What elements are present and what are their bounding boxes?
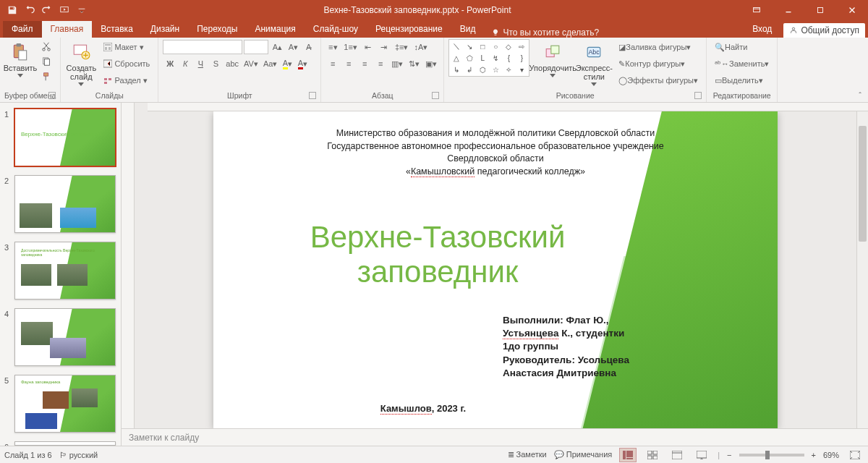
underline-icon[interactable]: Ч [193, 56, 208, 71]
maximize-icon[interactable] [804, 0, 836, 20]
text-direction-icon[interactable]: ↕A▾ [412, 40, 430, 54]
font-dialog-launcher[interactable] [309, 92, 316, 99]
tab-transitions[interactable]: Переходы [188, 21, 246, 38]
notes-placeholder: Заметки к слайду [129, 433, 199, 443]
format-painter-icon[interactable] [39, 69, 54, 84]
scrollbar-vertical[interactable] [856, 111, 868, 428]
slideshow-icon[interactable] [56, 2, 72, 18]
signin-link[interactable]: Вход [744, 21, 780, 38]
select-button[interactable]: ▭ Выделить ▾ [711, 73, 767, 88]
shapes-more-icon[interactable]: ▾ [516, 64, 527, 75]
align-text-icon[interactable]: ⇅▾ [407, 56, 422, 71]
grow-font-icon[interactable]: A▴ [270, 40, 284, 54]
align-center-icon[interactable]: ≡ [341, 56, 356, 71]
layout-button[interactable]: Макет ▾ [100, 40, 147, 54]
tab-file[interactable]: Файл [3, 21, 42, 38]
zoom-in-button[interactable]: + [812, 451, 816, 459]
view-slideshow-icon[interactable] [693, 448, 710, 462]
clear-format-icon[interactable]: A̶ [302, 40, 316, 54]
reset-button[interactable]: Сбросить [100, 56, 153, 71]
scrollbar-thumb[interactable] [859, 126, 867, 242]
shape-fill-button[interactable]: ◪ Заливка фигуры ▾ [615, 40, 694, 54]
slide-stage[interactable]: Министерство образования и молодёжной по… [135, 111, 856, 428]
numbering-icon[interactable]: 1≡▾ [341, 40, 359, 54]
redo-icon[interactable] [39, 2, 55, 18]
view-reading-icon[interactable] [668, 448, 686, 462]
status-slide[interactable]: Слайд 1 из 6 [4, 451, 52, 459]
align-justify-icon[interactable]: ≡ [373, 56, 388, 71]
slide-thumbnails[interactable]: 1 Верхне-Тазовский заповедник 2 3 Достоп… [0, 103, 122, 446]
close-icon[interactable] [836, 0, 868, 20]
inc-indent-icon[interactable]: ⇥ [377, 40, 391, 54]
copy-icon[interactable] [39, 54, 54, 69]
thumb-1[interactable]: Верхне-Тазовский заповедник [14, 109, 116, 166]
clipboard-dialog-launcher[interactable] [48, 92, 56, 99]
tab-insert[interactable]: Вставка [92, 21, 142, 38]
tab-animation[interactable]: Анимация [246, 21, 304, 38]
font-size-combo[interactable] [244, 40, 268, 54]
font-family-combo[interactable] [163, 40, 242, 54]
shadow-icon[interactable]: abc [224, 56, 241, 71]
cut-icon[interactable] [39, 39, 54, 54]
font-color-icon[interactable]: A▾ [295, 56, 310, 71]
shrink-font-icon[interactable]: A▾ [286, 40, 300, 54]
paste-button[interactable]: Вставить [4, 39, 36, 77]
shape-line-icon[interactable]: ＼ [451, 41, 462, 51]
zoom-slider[interactable] [739, 454, 804, 456]
drawing-dialog-launcher[interactable] [694, 92, 702, 99]
new-slide-button[interactable]: Создать слайд [65, 39, 97, 86]
fit-window-icon[interactable] [846, 448, 864, 462]
view-sorter-icon[interactable] [644, 448, 661, 462]
italic-icon[interactable]: К [178, 56, 192, 71]
notes-pane[interactable]: Заметки к слайду [122, 428, 868, 446]
minimize-icon[interactable] [773, 0, 804, 20]
thumb-6[interactable] [14, 441, 116, 446]
zoom-out-button[interactable]: − [727, 451, 731, 459]
slide-authors: Выполнили: Флат Ю., Устьянцева К., студе… [503, 314, 691, 380]
tab-design[interactable]: Дизайн [142, 21, 188, 38]
status-comments-button[interactable]: 💬 Примечания [554, 450, 613, 459]
undo-icon[interactable] [22, 2, 38, 18]
columns-icon[interactable]: ▥▾ [389, 56, 405, 71]
shapes-gallery[interactable]: ＼↘□○◇⇨ △⬠L↯{} ↳↲⬡☆✧▾ [448, 39, 529, 77]
status-lang[interactable]: 🏳 русский [59, 451, 98, 459]
thumb-2[interactable] [14, 175, 116, 233]
tab-view[interactable]: Вид [451, 21, 485, 38]
status-notes-button[interactable]: ≣ Заметки [508, 450, 547, 459]
find-button[interactable]: 🔍 Найти [711, 40, 751, 54]
zoom-value[interactable]: 69% [823, 451, 839, 459]
strike-icon[interactable]: S [208, 56, 223, 71]
line-spacing-icon[interactable]: ‡≡▾ [393, 40, 411, 54]
spacing-icon[interactable]: AV▾ [242, 56, 260, 71]
slide-canvas[interactable]: Министерство образования и молодёжной по… [213, 111, 778, 428]
arrange-button[interactable]: Упорядочить [532, 39, 573, 77]
ribbon-options-icon[interactable] [741, 0, 773, 20]
highlight-icon[interactable]: A▾ [280, 56, 294, 71]
svg-rect-28 [647, 451, 652, 454]
smartart-icon[interactable]: ▣▾ [423, 56, 439, 71]
align-left-icon[interactable]: ≡ [326, 56, 340, 71]
bullets-icon[interactable]: ≡▾ [326, 40, 340, 54]
view-normal-icon[interactable] [619, 448, 637, 462]
thumb-4[interactable] [14, 308, 116, 366]
shape-effects-button[interactable]: ◯ Эффекты фигуры ▾ [615, 73, 702, 88]
tab-slideshow[interactable]: Слайд-шоу [305, 21, 367, 38]
collapse-ribbon-icon[interactable]: ˆ [855, 90, 865, 101]
thumb-3[interactable]: Достопримечательность Верхне-Тазовского … [14, 242, 116, 300]
quick-styles-button[interactable]: Abc Экспресс- стили [576, 39, 612, 86]
qat-more-icon[interactable] [74, 2, 90, 18]
tell-me[interactable]: Что вы хотите сделать? [484, 27, 606, 38]
save-icon[interactable] [4, 2, 20, 18]
tab-home[interactable]: Главная [42, 21, 93, 38]
share-button[interactable]: Общий доступ [783, 23, 865, 38]
bold-icon[interactable]: Ж [163, 56, 177, 71]
replace-button[interactable]: ᵃᵇ↔ Заменить ▾ [711, 56, 773, 71]
align-right-icon[interactable]: ≡ [357, 56, 372, 71]
section-button[interactable]: Раздел ▾ [100, 73, 150, 88]
tab-review[interactable]: Рецензирование [367, 21, 451, 38]
paragraph-dialog-launcher[interactable] [432, 92, 439, 99]
thumb-5[interactable]: Фауна заповедника [14, 375, 116, 433]
shape-outline-button[interactable]: ✎ Контур фигуры ▾ [615, 56, 689, 71]
case-icon[interactable]: Aa▾ [261, 56, 279, 71]
dec-indent-icon[interactable]: ⇤ [361, 40, 375, 54]
